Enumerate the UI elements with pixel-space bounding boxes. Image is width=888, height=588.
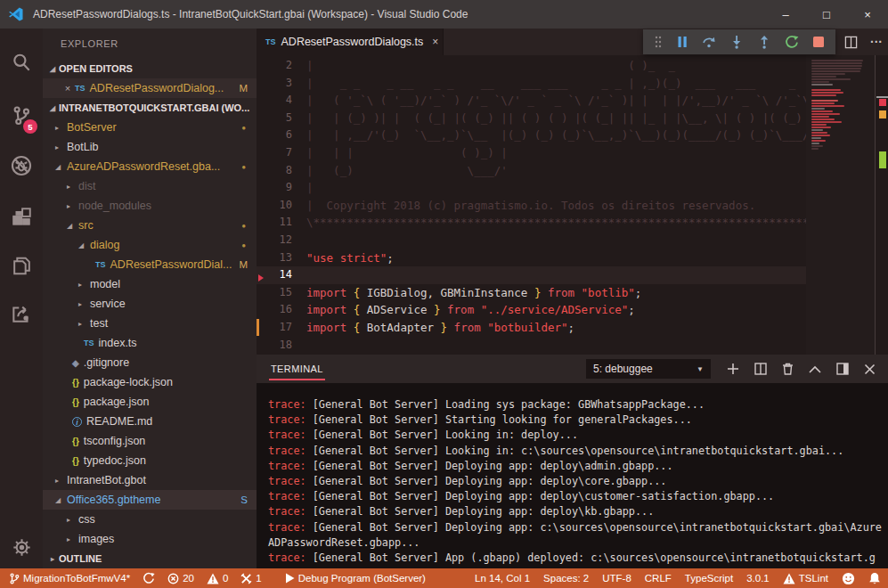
tree-item[interactable]: iREADME.md [43, 412, 257, 431]
stop-icon[interactable] [812, 36, 825, 48]
code-line[interactable]: 5| | (_) )| | ( (_| |( (_) || ( ) ( ) |(… [257, 110, 806, 127]
tree-item[interactable]: {}tsconfig.json [43, 431, 257, 451]
ts-version-status[interactable]: 3.0.1 [746, 573, 770, 584]
tree-item[interactable]: ◢Office365.gbthemeS [43, 490, 257, 510]
code-line[interactable]: 15import { IGBDialog, GBMinInstance } fr… [257, 284, 806, 302]
pages-icon[interactable] [0, 246, 43, 285]
encoding-status[interactable]: UTF-8 [602, 573, 631, 584]
chevron-collapsed-icon: ▸ [67, 535, 78, 543]
minimap-line [811, 102, 835, 104]
tree-item[interactable]: ▸images [43, 529, 257, 549]
code-line[interactable]: 13"use strict"; [257, 249, 806, 267]
code-line[interactable]: 16import { ADService } from "../service/… [257, 301, 806, 319]
open-editors-header[interactable]: ◢ OPEN EDITORS [43, 59, 257, 78]
tab-adresetpassworddialogs[interactable]: TS ADResetPasswordDialogs.ts × [257, 29, 444, 55]
share-icon[interactable] [0, 294, 43, 333]
tree-item[interactable]: ◢src● [43, 216, 257, 235]
workspace-header[interactable]: ◢ INTRANETBOTQUICKSTART.GBAI (WO... [43, 98, 257, 118]
eol-status[interactable]: CRLF [645, 573, 672, 584]
tree-item[interactable]: ▸dist [43, 176, 257, 196]
code-line[interactable]: 8| (_) \___/' [257, 162, 806, 180]
code-line[interactable]: 18 [257, 337, 806, 355]
step-into-icon[interactable] [729, 35, 744, 49]
sync-icon[interactable] [143, 572, 155, 584]
terminal-panel: TERMINAL 5: debuggee ▼ [257, 355, 888, 568]
code-line[interactable]: 11\*************************************… [257, 214, 806, 232]
kill-terminal-icon[interactable] [782, 363, 794, 375]
tasks-status[interactable]: 1 [240, 573, 261, 584]
source-control-icon[interactable]: 5 [0, 96, 43, 135]
cursor-position-status[interactable]: Ln 14, Col 1 [475, 573, 530, 584]
debug-disabled-icon[interactable] [0, 146, 43, 185]
tree-item[interactable]: ▸node_modules [43, 196, 257, 216]
pause-icon[interactable] [676, 36, 688, 48]
minimap-line [811, 60, 863, 61]
close-panel-icon[interactable] [864, 363, 876, 375]
tree-item[interactable]: ◢AzureADPasswordReset.gba...● [43, 157, 257, 176]
tree-item[interactable]: {}typedoc.json [43, 451, 257, 470]
feedback-smiley-icon[interactable] [842, 572, 855, 585]
tree-item[interactable]: {}package.json [43, 392, 257, 412]
notifications-bell-icon[interactable] [868, 572, 881, 585]
new-terminal-icon[interactable] [727, 363, 739, 375]
tree-item[interactable]: ▸BotServer● [43, 118, 257, 137]
step-out-icon[interactable] [757, 35, 771, 49]
outline-header[interactable]: ▸ OUTLINE [43, 549, 257, 568]
tree-item[interactable]: ▸model [43, 274, 257, 294]
step-over-icon[interactable] [702, 35, 716, 49]
tree-item[interactable]: ▸IntranetBot.gbot [43, 470, 257, 490]
code-line[interactable]: 2| ( )_ _ [257, 57, 806, 75]
tree-item[interactable]: ▸BotLib [43, 137, 257, 157]
search-icon[interactable] [0, 43, 43, 82]
tab-close-icon[interactable]: × [432, 36, 438, 48]
split-terminal-icon[interactable] [754, 363, 767, 375]
errors-status[interactable]: 20 [167, 573, 194, 584]
code-line[interactable]: 6| | ,__/'(_) `\__,_)`\__ |(_) (_) (_)`\… [257, 127, 806, 144]
more-actions-icon[interactable]: ··· [870, 35, 883, 49]
code-editor[interactable]: 2| ( )_ _3| _ _ _ __ _ _ __ ___ ___ _ _ … [257, 55, 888, 355]
tree-item[interactable]: ◈.gitignore [43, 353, 257, 372]
debug-target-status[interactable]: Debug Program (BotServer) [285, 573, 426, 584]
drag-grip-icon[interactable] [654, 35, 663, 49]
indentation-status[interactable]: Spaces: 2 [543, 573, 589, 584]
code-area[interactable]: 2| ( )_ _3| _ _ _ __ _ _ __ ___ ___ _ _ … [257, 55, 806, 355]
toggle-panel-position-icon[interactable] [836, 363, 849, 375]
code-line[interactable]: 17import { BotAdapter } from "botbuilder… [257, 319, 806, 337]
tree-item[interactable]: TSADResetPasswordDial...M [43, 255, 257, 274]
split-editor-icon[interactable] [844, 36, 858, 49]
restart-icon[interactable] [785, 35, 799, 49]
code-line[interactable]: 10| Copyright 2018 (c) pragmatismo.io. T… [257, 197, 806, 215]
code-line[interactable]: 12 [257, 232, 806, 249]
maximize-button[interactable]: □ [806, 0, 847, 29]
close-editor-icon[interactable]: × [61, 83, 75, 94]
tree-item[interactable]: ▸css [43, 510, 257, 529]
code-line[interactable]: 14 [257, 266, 806, 284]
open-editor-item[interactable]: ×TSADResetPasswordDialog...M [43, 78, 257, 98]
git-branch-status[interactable]: MigrationToBotFmwV4* [9, 573, 130, 584]
code-line[interactable]: 4| ( '_`\ ( '__)/'_` ) /'_ `\/' _ ` _ `\… [257, 92, 806, 110]
minimize-button[interactable]: – [765, 0, 806, 29]
code-line[interactable]: 9| [257, 179, 806, 197]
language-status[interactable]: TypeScript [685, 573, 733, 584]
extensions-icon[interactable] [0, 198, 43, 237]
tree-item[interactable]: TSindex.ts [43, 333, 257, 353]
terminal-tab[interactable]: TERMINAL [269, 357, 325, 380]
minimap-line [811, 116, 829, 118]
overview-ruler[interactable] [875, 55, 888, 355]
tslint-status[interactable]: TSLint [783, 573, 828, 584]
tree-item[interactable]: {}package-lock.json [43, 372, 257, 392]
minimap-line [811, 105, 844, 107]
maximize-panel-icon[interactable] [809, 365, 821, 373]
terminal-selector[interactable]: 5: debuggee ▼ [586, 359, 711, 379]
line-number: 9 [257, 179, 292, 197]
tree-item[interactable]: ▸service [43, 294, 257, 314]
close-button[interactable]: × [847, 0, 888, 29]
code-line[interactable]: 7| | | ( )_) | [257, 144, 806, 162]
code-line[interactable]: 3| _ _ _ __ _ _ __ ___ ___ _ _ | ,_)(_) … [257, 75, 806, 93]
minimap[interactable] [806, 55, 875, 355]
tree-item[interactable]: ▸test [43, 314, 257, 333]
tree-item[interactable]: ◢dialog● [43, 235, 257, 255]
terminal-output[interactable]: trace: [General Bot Server] Loading sys … [257, 383, 888, 568]
settings-gear-icon[interactable] [0, 527, 43, 567]
warnings-status[interactable]: 0 [207, 573, 228, 584]
